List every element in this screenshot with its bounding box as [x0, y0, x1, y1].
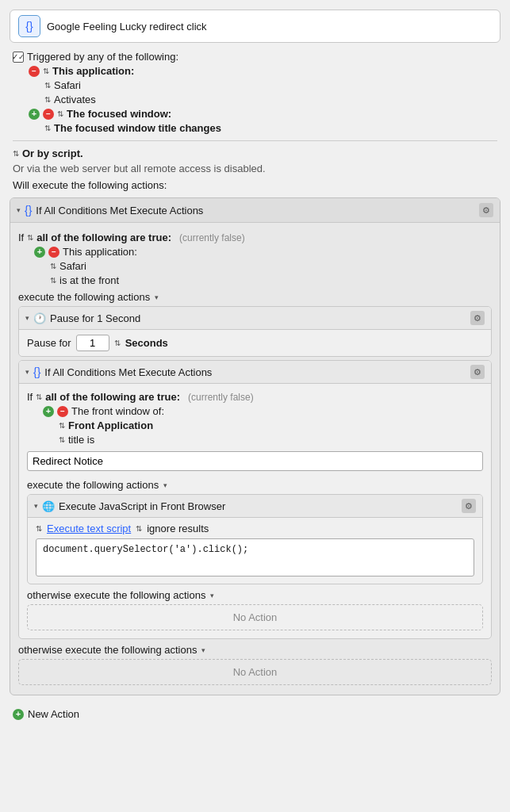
curly-brace-icon: {}: [25, 20, 33, 33]
pause-unit-label: Seconds: [125, 337, 168, 349]
front-app-row: ⇅ Front Application: [27, 419, 483, 431]
focused-window-event-label: The focused window title changes: [54, 122, 221, 134]
main-add-condition-btn[interactable]: +: [34, 247, 45, 258]
main-if-block: ▾ {} If All Conditions Met Execute Actio…: [10, 197, 500, 695]
add-trigger-btn[interactable]: +: [29, 109, 40, 120]
updown-main-condition-icon[interactable]: ⇅: [27, 233, 33, 242]
this-application-row: − ⇅ This application:: [13, 65, 497, 77]
inner-execute-dropdown-icon[interactable]: ▾: [163, 481, 167, 489]
main-front-row: ⇅ is at the front: [18, 274, 492, 286]
main-condition-if: If: [18, 232, 24, 243]
main-if-block-icon: {}: [25, 204, 32, 216]
js-header-left: ▾ 🌐 Execute JavaScript in Front Browser: [34, 500, 225, 512]
trigger-label: Triggered by any of the following:: [27, 51, 178, 63]
remove-focused-window-btn[interactable]: −: [43, 109, 54, 120]
app-window: {} ✓ Triggered by any of the following: …: [0, 10, 510, 812]
updown-main-front-icon[interactable]: ⇅: [50, 276, 56, 285]
js-gear-btn[interactable]: ⚙: [462, 499, 476, 513]
updown-this-app-icon[interactable]: ⇅: [43, 67, 49, 75]
or-via-label: Or via the web server but all remote acc…: [13, 163, 497, 174]
js-globe-icon: 🌐: [42, 500, 55, 512]
safari-row: ⇅ Safari: [13, 79, 497, 91]
inner-if-header-left: ▾ {} If All Conditions Met Execute Actio…: [25, 366, 212, 378]
this-application-label: This application:: [52, 65, 134, 77]
updown-focused-icon[interactable]: ⇅: [57, 109, 63, 118]
or-by-script-row: ⇅ Or by script.: [13, 147, 497, 159]
updown-safari-icon[interactable]: ⇅: [44, 81, 51, 90]
inner-if-block: ▾ {} If All Conditions Met Execute Actio…: [18, 360, 492, 639]
trigger-checkbox[interactable]: ✓: [13, 52, 24, 63]
inner-if-body: If ⇅ all of the following are true: (cur…: [19, 384, 491, 638]
main-otherwise-row: otherwise execute the following actions …: [18, 644, 492, 656]
inner-otherwise-dropdown-icon[interactable]: ▾: [210, 592, 214, 599]
main-condition-status: (currently false): [179, 232, 245, 243]
updown-front-app-icon[interactable]: ⇅: [59, 421, 65, 430]
main-if-block-header: ▾ {} If All Conditions Met Execute Actio…: [10, 198, 500, 223]
js-block-title: Execute JavaScript in Front Browser: [59, 500, 225, 512]
front-window-row: + − The front window of:: [27, 405, 483, 417]
pause-clock-icon: 🕐: [33, 312, 46, 324]
trigger-header-row: ✓ Triggered by any of the following:: [13, 51, 497, 63]
pause-updown-icon[interactable]: ⇅: [114, 339, 121, 347]
updown-focused-event-icon[interactable]: ⇅: [44, 124, 51, 132]
pause-block-header: ▾ 🕐 Pause for 1 Second ⚙: [19, 307, 491, 330]
updown-script-icon[interactable]: ⇅: [13, 149, 19, 158]
js-collapse-icon[interactable]: ▾: [34, 502, 38, 510]
updown-inner-condition-icon[interactable]: ⇅: [36, 393, 42, 401]
pause-for-label: Pause for: [27, 337, 71, 349]
inner-otherwise-label: otherwise execute the following actions: [27, 589, 205, 601]
inner-no-action-box: No Action: [27, 604, 483, 630]
front-app-label: Front Application: [68, 419, 153, 431]
main-app-row: + − This application:: [18, 246, 492, 258]
inner-add-condition-btn[interactable]: +: [43, 406, 54, 417]
pause-block-body: Pause for ⇅ Seconds: [19, 330, 491, 356]
inner-if-curly-icon: {}: [33, 366, 40, 378]
pause-gear-btn[interactable]: ⚙: [470, 311, 485, 325]
updown-ignore-icon[interactable]: ⇅: [136, 524, 142, 533]
updown-script-options-icon[interactable]: ⇅: [36, 524, 42, 533]
updown-activates-icon[interactable]: ⇅: [44, 95, 51, 104]
updown-main-safari-icon[interactable]: ⇅: [50, 262, 56, 270]
main-no-action-box: No Action: [18, 659, 492, 685]
title-icon: {}: [18, 15, 40, 37]
main-if-gear-btn[interactable]: ⚙: [479, 203, 493, 217]
js-code-textarea[interactable]: document.querySelector('a').click();: [36, 538, 474, 576]
title-is-row: ⇅ title is: [27, 434, 483, 446]
inner-condition-if: If: [27, 391, 33, 403]
macro-title-input[interactable]: [47, 21, 492, 33]
pause-collapse-icon[interactable]: ▾: [25, 314, 29, 322]
inner-if-title: If All Conditions Met Execute Actions: [44, 366, 212, 378]
new-action-add-btn[interactable]: +: [13, 709, 24, 720]
new-action-row[interactable]: + New Action: [0, 700, 510, 728]
pause-block: ▾ 🕐 Pause for 1 Second ⚙ Pause for ⇅ Sec…: [18, 306, 492, 357]
inner-condition-label: all of the following are true:: [45, 391, 180, 403]
pause-value-input[interactable]: [76, 335, 109, 351]
inner-remove-condition-btn[interactable]: −: [57, 406, 68, 417]
inner-if-gear-btn[interactable]: ⚙: [470, 365, 485, 379]
focused-window-label: The focused window:: [67, 108, 171, 120]
ignore-results-label: ignore results: [147, 523, 209, 534]
front-window-label: The front window of:: [71, 405, 164, 417]
focused-window-event-row: ⇅ The focused window title changes: [13, 122, 497, 134]
pause-header-left: ▾ 🕐 Pause for 1 Second: [25, 312, 140, 324]
js-block-body: ⇅ Execute text script ⇅ ignore results d…: [28, 518, 482, 584]
top-section: ✓ Triggered by any of the following: − ⇅…: [0, 51, 510, 191]
execute-text-script-link[interactable]: Execute text script: [47, 523, 131, 534]
remove-this-app-btn[interactable]: −: [29, 66, 40, 77]
main-otherwise-dropdown-icon[interactable]: ▾: [201, 646, 205, 654]
main-if-collapse-icon[interactable]: ▾: [17, 206, 21, 214]
inner-if-collapse-icon[interactable]: ▾: [25, 368, 29, 376]
inner-if-header: ▾ {} If All Conditions Met Execute Actio…: [19, 361, 491, 384]
pause-block-title: Pause for 1 Second: [50, 312, 140, 324]
script-options-row: ⇅ Execute text script ⇅ ignore results: [36, 523, 474, 534]
inner-execute-row: execute the following actions ▾: [27, 479, 483, 491]
or-by-script-label: Or by script.: [22, 147, 83, 159]
main-execute-dropdown-icon[interactable]: ▾: [155, 293, 159, 301]
main-otherwise-label: otherwise execute the following actions: [18, 644, 197, 656]
new-action-label: New Action: [28, 708, 79, 720]
title-value-input[interactable]: [27, 451, 483, 471]
activates-row: ⇅ Activates: [13, 94, 497, 105]
updown-title-is-icon[interactable]: ⇅: [59, 435, 65, 444]
main-remove-condition-btn[interactable]: −: [48, 247, 59, 258]
activates-label: Activates: [54, 94, 96, 105]
